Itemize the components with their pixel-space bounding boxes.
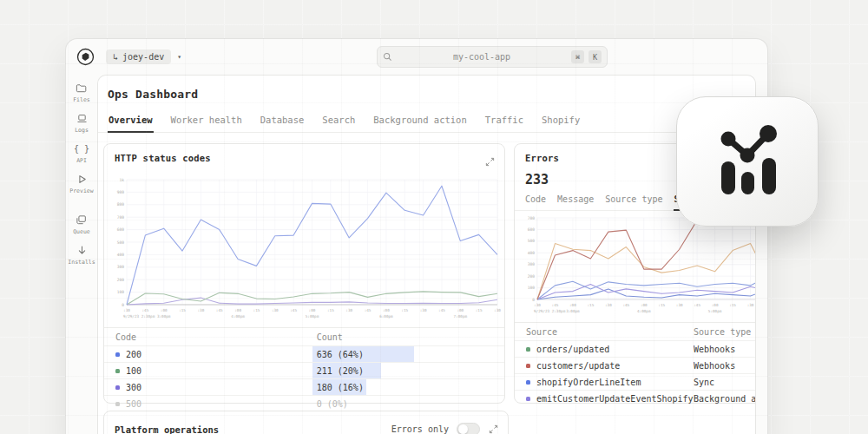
metrics-app-icon <box>676 96 819 227</box>
environment-selector[interactable]: ↳ joey-dev <box>106 49 171 64</box>
svg-text::30: :30 <box>676 303 683 307</box>
errors-card-title: Errors <box>525 153 559 163</box>
app-window: ↳ joey-dev ▾ my-cool-app ⌘ K Files <box>65 38 768 434</box>
tab-search[interactable]: Search <box>321 110 356 132</box>
tab-background-action[interactable]: Background action <box>372 110 467 132</box>
status-dot <box>115 369 120 373</box>
tab-overview[interactable]: Overview <box>108 110 154 133</box>
svg-text:300: 300 <box>117 265 125 269</box>
search-icon <box>383 49 392 65</box>
svg-text:400: 400 <box>117 253 125 257</box>
folder-icon <box>76 82 87 94</box>
svg-text::15: :15 <box>327 308 334 312</box>
svg-text::15: :15 <box>588 303 595 307</box>
gadget-logo-icon[interactable] <box>76 48 95 66</box>
source-dot <box>526 397 530 401</box>
column-header-source: Source <box>515 327 694 337</box>
svg-text:0: 0 <box>532 298 535 302</box>
status-dot <box>115 402 120 406</box>
svg-text::45: :45 <box>622 303 629 307</box>
svg-text::00: :00 <box>712 303 719 307</box>
tab-database[interactable]: Database <box>260 110 306 132</box>
svg-text:0: 0 <box>122 303 124 307</box>
metrics-logo-icon <box>704 118 791 205</box>
tab-traffic[interactable]: Traffic <box>484 110 524 132</box>
source-dot <box>526 347 530 352</box>
errors-tab-source-type[interactable]: Source type <box>605 194 662 210</box>
svg-text:7:00pm: 7:00pm <box>454 314 468 319</box>
table-row[interactable]: 200 636 (64%) <box>104 345 504 362</box>
tab-shopify[interactable]: Shopify <box>541 110 581 132</box>
terminal-icon <box>76 113 88 124</box>
table-row[interactable]: orders/updated Webhooks <box>515 340 756 357</box>
errors-tab-message[interactable]: Message <box>557 194 594 210</box>
stack-icon <box>76 214 87 226</box>
play-icon <box>76 174 88 185</box>
svg-text::30: :30 <box>420 308 427 312</box>
search-value: my-cool-app <box>397 52 567 62</box>
errors-only-toggle[interactable] <box>457 423 480 434</box>
svg-text::00: :00 <box>569 303 576 307</box>
environment-name: joey-dev <box>122 52 164 62</box>
sidebar-item-installs[interactable]: Installs <box>68 245 95 266</box>
svg-text:6:00pm: 6:00pm <box>379 314 393 319</box>
table-row[interactable]: 300 180 (16%) <box>104 378 504 395</box>
tab-bar: Overview Worker health Database Search B… <box>98 110 755 133</box>
svg-text::30: :30 <box>605 303 612 307</box>
table-row[interactable]: emitCustomerUpdateEventShopifyCustomer B… <box>515 390 756 406</box>
svg-text::30: :30 <box>123 308 130 312</box>
chevron-down-icon[interactable]: ▾ <box>177 53 181 61</box>
column-header-code: Code <box>104 332 312 342</box>
column-header-count: Count <box>312 332 504 342</box>
svg-text:300: 300 <box>528 262 536 266</box>
tab-worker-health[interactable]: Worker health <box>170 110 243 132</box>
http-status-chart: 01002003004005006007008009001k:30:45:00:… <box>104 173 504 327</box>
main-panel: Ops Dashboard Overview Worker health Dat… <box>97 75 756 434</box>
svg-text:700: 700 <box>528 216 536 220</box>
svg-text:700: 700 <box>117 215 125 220</box>
svg-text::15: :15 <box>401 308 408 312</box>
sidebar-item-logs[interactable]: Logs <box>75 113 89 134</box>
svg-text:200: 200 <box>528 274 536 279</box>
expand-icon[interactable] <box>484 153 496 171</box>
topbar: ↳ joey-dev ▾ my-cool-app ⌘ K <box>66 39 767 75</box>
http-table: Code Count 200 636 (64%) 100 211 (20%) <box>104 327 504 411</box>
svg-text:4:00pm: 4:00pm <box>637 309 651 313</box>
download-arrow-icon <box>76 245 88 256</box>
svg-text::00: :00 <box>457 308 464 312</box>
table-row[interactable]: 100 211 (20%) <box>104 362 504 378</box>
sidebar-item-queue[interactable]: Queue <box>73 214 90 235</box>
sidebar-item-files[interactable]: Files <box>73 82 90 103</box>
svg-text:600: 600 <box>117 227 125 232</box>
svg-text::00: :00 <box>383 308 390 312</box>
svg-text::45: :45 <box>290 308 297 312</box>
svg-text:3:00pm: 3:00pm <box>157 314 171 319</box>
svg-text:9/29/23 2:30pm: 9/29/23 2:30pm <box>123 314 155 319</box>
svg-text::00: :00 <box>641 303 648 307</box>
svg-text::30: :30 <box>345 308 352 312</box>
source-dot <box>526 380 530 385</box>
svg-text::45: :45 <box>552 303 559 307</box>
svg-text::00: :00 <box>161 308 168 312</box>
svg-text::30: :30 <box>494 308 501 312</box>
platform-operations-card: Platform operations Errors only 10,322 <box>103 411 509 434</box>
table-row[interactable]: 500 0 (0%) <box>104 395 504 411</box>
search-input[interactable]: my-cool-app ⌘ K <box>377 46 608 68</box>
braces-icon: { } <box>74 143 89 155</box>
errors-tab-code[interactable]: Code <box>525 194 546 210</box>
svg-text:1k: 1k <box>119 178 124 182</box>
svg-text::45: :45 <box>694 303 700 307</box>
table-row[interactable]: customers/update Webhooks <box>515 357 756 373</box>
svg-text::15: :15 <box>729 303 736 307</box>
sidebar-item-api[interactable]: { } API <box>74 143 89 164</box>
svg-text:600: 600 <box>528 227 536 232</box>
svg-text:100: 100 <box>117 290 125 294</box>
column-header-source-type: Source type <box>694 327 756 337</box>
http-status-codes-card: HTTP status codes 0100200300400500600700… <box>103 143 505 404</box>
svg-text:3:00pm: 3:00pm <box>566 309 580 313</box>
sidebar-item-preview[interactable]: Preview <box>69 174 93 194</box>
expand-icon[interactable] <box>488 420 499 434</box>
svg-text::00: :00 <box>309 308 316 312</box>
svg-text:5:00pm: 5:00pm <box>306 314 319 319</box>
table-row[interactable]: shopifyOrderLineItem Sync <box>515 373 756 390</box>
